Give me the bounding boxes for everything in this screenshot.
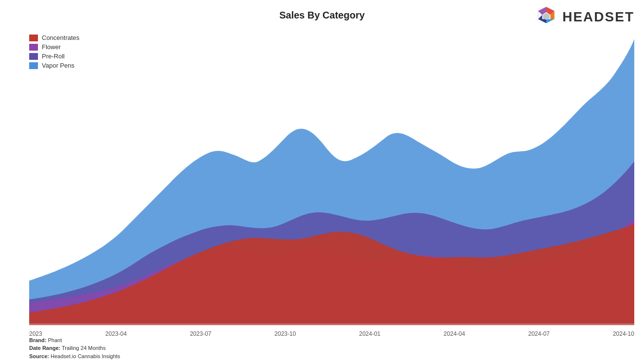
chart-title: Sales By Category xyxy=(0,10,644,21)
date-range-value: Trailing 24 Months xyxy=(62,345,106,351)
date-range-label: Date Range: xyxy=(29,345,60,351)
footer-brand: Brand: Phant xyxy=(29,336,120,345)
footer-date-range: Date Range: Trailing 24 Months xyxy=(29,344,120,352)
x-label-6: 2024-07 xyxy=(528,330,550,337)
x-label-2: 2023-07 xyxy=(190,330,211,337)
x-label-5: 2024-04 xyxy=(444,330,465,337)
source-label: Source: xyxy=(29,353,49,359)
brand-label: Brand: xyxy=(29,337,46,343)
x-label-7: 2024-10 xyxy=(613,330,634,337)
footer-info: Brand: Phant Date Range: Trailing 24 Mon… xyxy=(29,336,120,361)
source-value: Headset.io Cannabis Insights xyxy=(51,353,120,359)
footer-source: Source: Headset.io Cannabis Insights xyxy=(29,352,120,361)
x-label-3: 2023-10 xyxy=(274,330,296,337)
brand-value: Phant xyxy=(48,337,62,343)
area-chart-svg xyxy=(29,29,634,325)
chart-svg-area xyxy=(29,29,634,325)
x-label-4: 2024-01 xyxy=(359,330,380,337)
